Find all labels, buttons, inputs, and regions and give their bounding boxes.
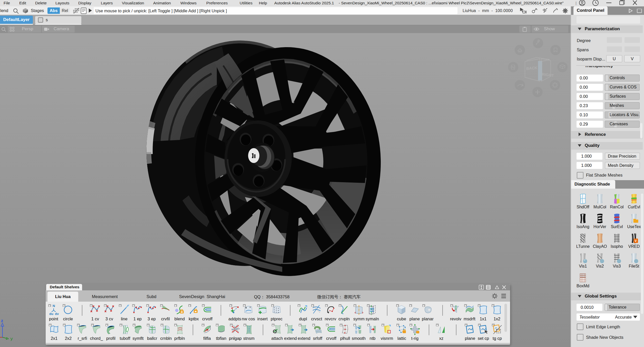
svg-text:V: V [635,239,637,243]
svg-text:N: N [53,304,55,308]
svg-text:RIGHT: RIGHT [542,72,554,78]
svg-text:BACK: BACK [526,65,537,71]
svg-text:z: z [1,319,3,323]
svg-text:du: du [49,312,53,316]
svg-text:y: y [10,336,13,341]
svg-text:dv: dv [55,312,59,316]
